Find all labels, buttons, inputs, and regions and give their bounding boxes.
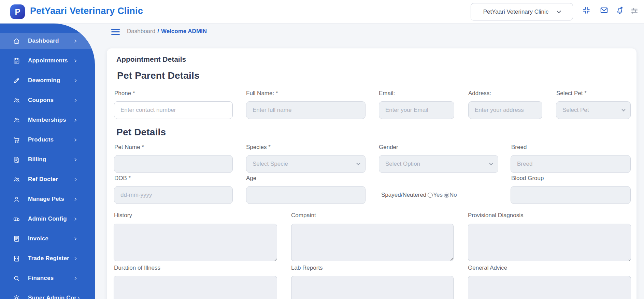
gender-dropdown[interactable]: Select Option <box>379 155 498 173</box>
clinic-selector[interactable]: PetYaari Veterinary Clinic <box>471 3 573 20</box>
dob-label: DOB * <box>114 175 131 182</box>
sidebar-item-appointments[interactable]: Appointments <box>0 53 95 69</box>
sidebar-item-super-admin[interactable]: Super Admin Cor <box>0 290 95 299</box>
sidebar-item-invoice[interactable]: Invoice <box>0 230 95 247</box>
spayed-no-radio[interactable] <box>444 193 449 198</box>
brand-title: PetYaari Veterinary Clinic <box>30 6 143 16</box>
blood-group-input[interactable] <box>511 186 631 204</box>
phone-input[interactable] <box>114 101 233 119</box>
full-name-input[interactable] <box>246 101 366 119</box>
sidebar-item-dashboard[interactable]: Dashboard <box>0 33 95 49</box>
sidebar-item-billing[interactable]: $ Billing <box>0 151 95 168</box>
email-label: Email: <box>379 90 395 97</box>
sidebar-item-finances[interactable]: Finances <box>0 270 95 286</box>
address-input[interactable] <box>468 101 542 119</box>
sidebar-item-label: Memberships <box>28 117 66 123</box>
compaint-label: Compaint <box>291 212 316 219</box>
species-dropdown[interactable]: Select Specie <box>246 155 366 173</box>
chevron-right-icon <box>73 78 78 83</box>
gender-label: Gender <box>379 144 398 151</box>
sidebar-item-trade-register[interactable]: Trade Register <box>0 250 95 267</box>
sidebar-item-coupons[interactable]: Coupons <box>0 92 95 108</box>
sidebar-item-deworming[interactable]: Deworming <box>0 72 95 89</box>
sidebar-item-products[interactable]: Products <box>0 132 95 148</box>
sidebar-item-label: Coupons <box>28 97 54 104</box>
email-input[interactable] <box>379 101 454 119</box>
sidebar-item-label: Products <box>28 136 54 143</box>
general-advice-label: General Advice <box>468 265 507 271</box>
sidebar-item-label: Dashboard <box>28 38 59 44</box>
compaint-textarea[interactable] <box>291 224 454 261</box>
sidebar-item-label: Deworming <box>28 77 60 84</box>
sidebar-nav: Dashboard Appointments Deworming Coupons… <box>0 24 95 299</box>
search-icon <box>13 275 20 282</box>
sidebar-item-label: Super Admin Cor <box>28 295 76 299</box>
gear-icon <box>13 295 20 299</box>
chevron-right-icon <box>73 138 78 142</box>
phone-label: Phone * <box>114 90 135 97</box>
chevron-down-icon <box>489 161 493 165</box>
breadcrumb: Dashboard/Welcome ADMIN <box>127 28 207 35</box>
breed-input[interactable] <box>511 155 631 173</box>
compress-icon[interactable] <box>582 6 591 15</box>
top-header: P PetYaari Veterinary Clinic PetYaari Ve… <box>0 0 644 24</box>
cart-icon <box>13 136 20 144</box>
chevron-right-icon <box>73 237 78 241</box>
duration-of-illness-textarea[interactable] <box>114 276 277 299</box>
sidebar-item-admin-config[interactable]: Admin Config <box>0 211 95 227</box>
provisional-diagnosis-textarea[interactable] <box>468 224 631 261</box>
pet-name-label: Pet Name * <box>114 144 144 151</box>
app-root: P PetYaari Veterinary Clinic PetYaari Ve… <box>0 0 644 299</box>
species-value: Select Specie <box>253 161 288 167</box>
age-input[interactable] <box>246 186 366 204</box>
dob-input[interactable] <box>114 186 233 204</box>
hamburger-menu-icon[interactable] <box>111 29 120 35</box>
chevron-right-icon <box>73 197 78 201</box>
spayed-no-label: No <box>449 192 457 198</box>
chevron-right-icon <box>73 217 78 221</box>
chevron-right-icon <box>73 39 78 43</box>
mail-icon[interactable] <box>600 6 609 15</box>
ambulance-icon <box>13 215 20 223</box>
sidebar-item-label: Appointments <box>28 57 68 64</box>
sidebar-item-memberships[interactable]: Memberships <box>0 112 95 128</box>
provisional-diagnosis-label: Provisional Diagnosis <box>468 212 524 219</box>
select-pet-dropdown[interactable]: Select Pet <box>556 101 631 119</box>
sidebar-item-label: Finances <box>28 275 54 282</box>
spayed-neutered-label: Spayed/Neutered <box>381 192 426 198</box>
document-code-icon <box>13 255 20 262</box>
pen-icon <box>13 77 20 84</box>
general-advice-textarea[interactable] <box>468 276 631 299</box>
chevron-right-icon <box>73 98 78 103</box>
clinic-selector-value: PetYaari Veterinary Clinic <box>483 9 549 15</box>
pet-parent-details-heading: Pet Parent Details <box>117 70 200 81</box>
document-icon <box>13 235 20 242</box>
spayed-yes-radio[interactable] <box>428 193 433 198</box>
chevron-right-icon <box>73 118 78 122</box>
breadcrumb-dashboard[interactable]: Dashboard <box>127 28 155 34</box>
lab-reports-textarea[interactable] <box>291 276 454 299</box>
history-textarea[interactable] <box>114 224 277 261</box>
sidebar-item-label: Ref Docter <box>28 176 58 183</box>
sidebar-item-label: Billing <box>28 156 46 163</box>
breadcrumb-bar: Dashboard/Welcome ADMIN <box>95 24 644 39</box>
brand-logo-letter: P <box>15 7 20 17</box>
breed-label: Breed <box>511 144 527 151</box>
pet-details-heading: Pet Details <box>116 127 166 138</box>
chevron-right-icon <box>76 296 81 299</box>
chevron-right-icon <box>73 177 78 182</box>
sidebar-item-manage-pets[interactable]: Manage Pets <box>0 191 95 207</box>
address-label: Address: <box>468 90 491 97</box>
sidebar-item-ref-docter[interactable]: Ref Docter <box>0 171 95 188</box>
brand-logo[interactable]: P <box>10 4 25 19</box>
full-name-label: Full Name: * <box>246 90 278 97</box>
select-pet-value: Select Pet <box>562 107 589 114</box>
bell-icon[interactable] <box>615 6 624 15</box>
chevron-down-icon <box>621 107 625 111</box>
blood-group-label: Blood Group <box>511 175 544 182</box>
home-icon <box>13 38 20 45</box>
filter-sliders-icon[interactable] <box>630 6 639 15</box>
calendar-icon <box>13 57 20 64</box>
person-icon <box>13 196 20 203</box>
pet-name-input[interactable] <box>114 155 233 173</box>
